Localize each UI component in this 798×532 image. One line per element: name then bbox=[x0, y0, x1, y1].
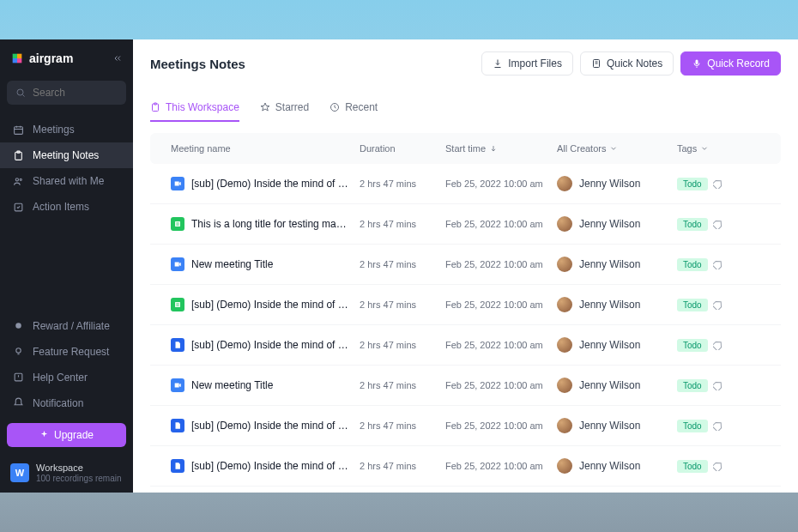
creator-name: Jenny Wilson bbox=[579, 178, 640, 190]
tag-icon[interactable] bbox=[713, 259, 723, 269]
workspace-name: Workspace bbox=[36, 462, 122, 474]
quick-record-button[interactable]: Quick Record bbox=[680, 51, 781, 76]
meeting-title: [sub] (Demo) Inside the mind of a master… bbox=[191, 420, 351, 432]
creator-avatar bbox=[557, 378, 572, 393]
column-tags[interactable]: Tags bbox=[677, 143, 754, 154]
svg-point-7 bbox=[15, 323, 21, 329]
sidebar-item-notification[interactable]: Notification bbox=[0, 390, 133, 416]
svg-point-0 bbox=[17, 89, 23, 95]
meeting-source-icon bbox=[171, 338, 184, 352]
table-row[interactable]: This is a long title for testing maximum… bbox=[150, 204, 781, 245]
meeting-duration: 2 hrs 47 mins bbox=[360, 461, 445, 471]
sidebar-item-feature-request[interactable]: Feature Request bbox=[0, 339, 133, 365]
table-header: Meeting name Duration Start time All Cre… bbox=[150, 133, 781, 164]
meeting-start-time: Feb 25, 2022 10:00 am bbox=[445, 299, 557, 310]
meeting-source-icon bbox=[171, 257, 184, 271]
tab-recent[interactable]: Recent bbox=[329, 94, 378, 122]
creator-name: Jenny Wilson bbox=[579, 420, 640, 432]
tabs: This Workspace Starred Recent bbox=[133, 94, 798, 123]
collapse-sidebar-icon[interactable] bbox=[112, 53, 123, 63]
column-start-time[interactable]: Start time bbox=[445, 143, 557, 154]
sidebar-item-shared[interactable]: Shared with Me bbox=[0, 168, 133, 194]
sidebar-item-label: Feature Request bbox=[33, 346, 109, 358]
sidebar-item-reward[interactable]: Reward / Affiliate bbox=[0, 313, 133, 339]
meeting-title: This is a long title for testing maximum… bbox=[191, 218, 351, 230]
tag-icon[interactable] bbox=[713, 178, 723, 189]
logo-icon bbox=[10, 51, 24, 65]
meeting-duration: 2 hrs 47 mins bbox=[360, 380, 445, 390]
check-square-icon bbox=[12, 201, 24, 213]
tag-badge[interactable]: Todo bbox=[677, 379, 708, 392]
clipboard-icon bbox=[150, 102, 160, 112]
tag-icon[interactable] bbox=[713, 380, 723, 390]
sidebar-item-label: Shared with Me bbox=[33, 175, 104, 187]
creator-avatar bbox=[557, 337, 572, 353]
help-icon bbox=[12, 372, 24, 384]
clock-icon bbox=[329, 102, 340, 112]
table-row[interactable]: [sub] (Demo) Inside the mind of a master… bbox=[150, 487, 781, 493]
creator-avatar bbox=[557, 458, 572, 474]
svg-point-5 bbox=[20, 178, 21, 180]
tag-icon[interactable] bbox=[713, 461, 723, 471]
sort-desc-icon bbox=[489, 144, 498, 153]
upgrade-button[interactable]: Upgrade bbox=[7, 423, 126, 447]
table-row[interactable]: New meeting Title 2 hrs 47 mins Feb 25, … bbox=[150, 366, 781, 406]
tab-starred[interactable]: Starred bbox=[260, 94, 309, 122]
creator-name: Jenny Wilson bbox=[579, 379, 640, 391]
creator-name: Jenny Wilson bbox=[579, 218, 640, 230]
page-title: Meetings Notes bbox=[150, 57, 245, 71]
bell-icon bbox=[12, 397, 24, 409]
table-row[interactable]: [sub] (Demo) Inside the mind of a master… bbox=[150, 446, 781, 487]
sidebar-item-help[interactable]: Help Center bbox=[0, 365, 133, 390]
creator-avatar bbox=[557, 297, 572, 312]
tag-badge[interactable]: Todo bbox=[677, 178, 708, 190]
tag-badge[interactable]: Todo bbox=[677, 460, 708, 473]
meeting-title: [sub] (Demo) Inside the mind of a master… bbox=[191, 460, 351, 472]
meeting-start-time: Feb 25, 2022 10:00 am bbox=[445, 259, 557, 269]
meeting-source-icon bbox=[171, 177, 184, 190]
mic-icon bbox=[692, 58, 702, 69]
star-icon bbox=[260, 102, 270, 112]
tag-badge[interactable]: Todo bbox=[677, 258, 708, 271]
tag-badge[interactable]: Todo bbox=[677, 218, 708, 231]
download-icon bbox=[493, 58, 503, 69]
tab-this-workspace[interactable]: This Workspace bbox=[150, 94, 239, 122]
sidebar-item-label: Meetings bbox=[33, 124, 75, 136]
meeting-source-icon bbox=[171, 298, 184, 311]
table-row[interactable]: [sub] (Demo) Inside the mind of a master… bbox=[150, 164, 781, 204]
tag-icon[interactable] bbox=[713, 299, 723, 310]
meeting-duration: 2 hrs 47 mins bbox=[360, 420, 445, 431]
meeting-duration: 2 hrs 47 mins bbox=[360, 340, 445, 350]
quick-notes-button[interactable]: Quick Notes bbox=[580, 51, 674, 76]
tag-badge[interactable]: Todo bbox=[677, 299, 708, 311]
search-input[interactable] bbox=[7, 81, 126, 105]
column-duration[interactable]: Duration bbox=[360, 143, 445, 154]
svg-rect-11 bbox=[696, 60, 698, 65]
table-row[interactable]: [sub] (Demo) Inside the mind of a master… bbox=[150, 406, 781, 446]
tag-icon[interactable] bbox=[713, 420, 723, 431]
creator-avatar bbox=[557, 216, 572, 232]
tag-badge[interactable]: Todo bbox=[677, 420, 708, 432]
tag-badge[interactable]: Todo bbox=[677, 339, 708, 352]
table-row[interactable]: [sub] (Demo) Inside the mind of a master… bbox=[150, 285, 781, 325]
table-row[interactable]: [sub] (Demo) Inside the mind of a master… bbox=[150, 325, 781, 366]
tag-icon[interactable] bbox=[713, 340, 723, 350]
table-row[interactable]: New meeting Title 2 hrs 47 mins Feb 25, … bbox=[150, 245, 781, 285]
tag-icon[interactable] bbox=[713, 219, 723, 229]
sidebar-item-meeting-notes[interactable]: Meeting Notes bbox=[0, 142, 133, 168]
meeting-duration: 2 hrs 47 mins bbox=[360, 299, 445, 310]
sidebar-item-action-items[interactable]: Action Items bbox=[0, 194, 133, 220]
import-files-button[interactable]: Import Files bbox=[481, 51, 573, 76]
creator-avatar bbox=[557, 176, 572, 191]
brand-name: airgram bbox=[29, 51, 73, 65]
search-field[interactable] bbox=[33, 87, 118, 99]
sidebar-item-meetings[interactable]: Meetings bbox=[0, 117, 133, 142]
meeting-title: [sub] (Demo) Inside the mind of a master… bbox=[191, 339, 351, 351]
main-content: Meetings Notes Import Files Quick Notes … bbox=[133, 39, 798, 493]
workspace-selector[interactable]: W Workspace 100 recordings remain bbox=[0, 454, 133, 493]
meeting-source-icon bbox=[171, 378, 184, 392]
column-creators[interactable]: All Creators bbox=[557, 143, 677, 154]
meeting-source-icon bbox=[171, 419, 184, 432]
chevron-down-icon bbox=[609, 144, 618, 153]
column-meeting-name[interactable]: Meeting name bbox=[171, 143, 360, 154]
